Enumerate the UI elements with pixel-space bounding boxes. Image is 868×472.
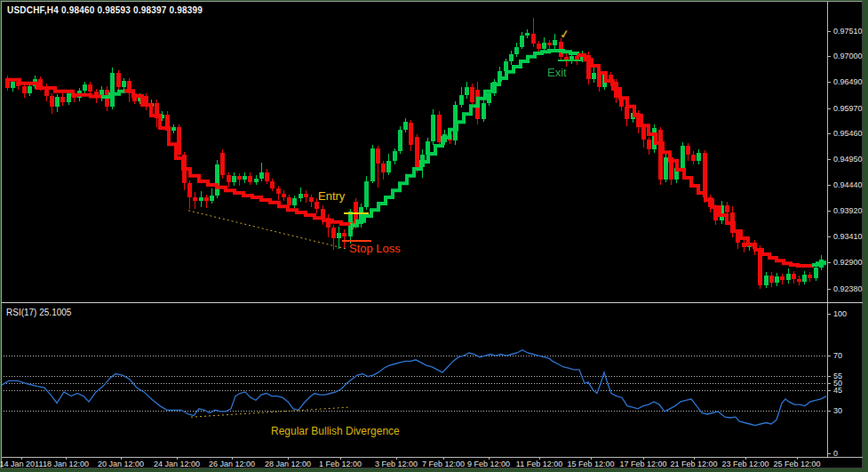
pane-splitter[interactable] — [2, 302, 863, 303]
candle-body — [697, 153, 701, 161]
candle-body — [482, 103, 486, 119]
candle-body — [376, 148, 380, 164]
candle-body — [116, 73, 121, 87]
rsi-tick — [827, 453, 831, 454]
candle-body — [321, 209, 325, 218]
buy-arrow-icon[interactable]: ⇧ — [347, 219, 357, 232]
candle-body — [681, 146, 685, 168]
time-axis-label: 18 Jan 12:00 — [38, 460, 93, 468]
candle-body — [282, 194, 286, 198]
candle-body — [88, 84, 92, 92]
candle-body — [509, 54, 514, 61]
candle-body — [193, 197, 197, 201]
stop-loss-price-line[interactable] — [342, 240, 371, 242]
time-axis-border — [2, 457, 863, 458]
chart-window: USDCHF,H4 0.98460 0.98593 0.98397 0.9839… — [1, 1, 863, 468]
candle-body — [531, 34, 536, 44]
time-axis-label: 17 Feb 12:00 — [616, 460, 671, 468]
rsi-tick — [827, 383, 831, 384]
candle-body — [243, 176, 247, 180]
rsi-tick — [827, 411, 831, 412]
rsi-tick — [827, 390, 831, 391]
candle-body — [254, 179, 259, 182]
candle-body — [292, 198, 297, 204]
candle-body — [398, 130, 402, 151]
price-tick — [827, 262, 831, 263]
candle-body — [686, 146, 690, 155]
candle-body — [691, 155, 696, 161]
candle-body — [364, 181, 369, 207]
stop-loss-label[interactable]: Stop Loss — [349, 242, 401, 255]
checkmark-icon[interactable]: ✓ — [559, 27, 570, 41]
exit-price-line[interactable] — [558, 60, 582, 61]
candle-body — [22, 86, 27, 93]
candle-body — [553, 40, 557, 46]
time-axis-label: 1 Feb 12:00 — [313, 460, 368, 468]
rsi-axis-label: 45 — [833, 386, 842, 395]
candle-body — [67, 93, 71, 102]
candle-body — [792, 274, 796, 279]
price-tick — [827, 211, 831, 212]
candle-body — [547, 43, 552, 45]
candle-body — [797, 279, 801, 282]
candle-body — [337, 233, 341, 239]
candle-body — [470, 87, 474, 102]
price-axis-label: 0.94950 — [833, 155, 863, 164]
price-axis-label: 0.95460 — [833, 129, 863, 138]
price-tick — [827, 236, 831, 237]
candle-body — [814, 268, 818, 277]
candle-body — [110, 73, 115, 107]
price-axis-label: 0.92380 — [833, 284, 863, 293]
entry-price-line[interactable] — [344, 212, 369, 214]
candle-body — [775, 276, 779, 283]
candle-body — [28, 86, 32, 93]
candle-body — [597, 73, 601, 87]
candle-body — [764, 276, 768, 285]
exit-label[interactable]: Exit — [547, 66, 567, 79]
entry-label[interactable]: Entry — [318, 189, 345, 203]
candle-body — [520, 36, 524, 46]
candle-body — [237, 176, 242, 180]
candle-body — [409, 123, 413, 144]
candle-body — [381, 164, 386, 172]
time-axis-label: 21 Feb 12:00 — [666, 460, 721, 468]
candle-body — [248, 176, 252, 182]
time-axis-label: 26 Jan 12:00 — [204, 460, 259, 468]
candle-body — [725, 205, 729, 212]
candle-body — [210, 196, 214, 201]
candle-body — [780, 276, 784, 280]
candle-body — [403, 122, 408, 129]
time-axis-label: 24 Jan 12:00 — [149, 460, 204, 468]
time-axis-label: 20 Jan 12:00 — [93, 460, 148, 468]
candle-body — [742, 243, 746, 247]
candle-body — [431, 115, 435, 141]
candle-body — [50, 96, 54, 107]
candle-body — [537, 44, 541, 49]
bullish-divergence-label[interactable]: Regular Bullish Divergence — [271, 425, 400, 437]
divergence-trendline-rsi — [191, 407, 348, 417]
candle-body — [641, 127, 646, 140]
candle-body — [227, 175, 231, 182]
candle-body — [647, 140, 651, 149]
candle-body — [664, 157, 668, 180]
candle-body — [270, 181, 275, 188]
candle-body — [342, 233, 346, 237]
price-tick — [827, 108, 831, 109]
candle-body — [83, 84, 87, 91]
candle-body — [220, 153, 225, 175]
candle-body — [287, 197, 291, 204]
rsi-tick — [827, 376, 831, 377]
candle-body — [415, 137, 419, 167]
candle-body — [592, 73, 596, 79]
candle-body — [331, 228, 336, 238]
candle-body — [171, 127, 176, 131]
candle-body — [122, 81, 126, 87]
candle-body — [713, 207, 718, 220]
rsi-axis-label: 100 — [833, 309, 847, 318]
price-tick — [827, 56, 831, 57]
rsi-axis-label: 70 — [833, 351, 842, 360]
time-axis-label: 15 Feb 12:00 — [563, 460, 618, 468]
candle-body — [370, 148, 375, 181]
chart-canvas[interactable] — [2, 2, 863, 457]
price-axis-label: 0.96490 — [833, 77, 863, 86]
